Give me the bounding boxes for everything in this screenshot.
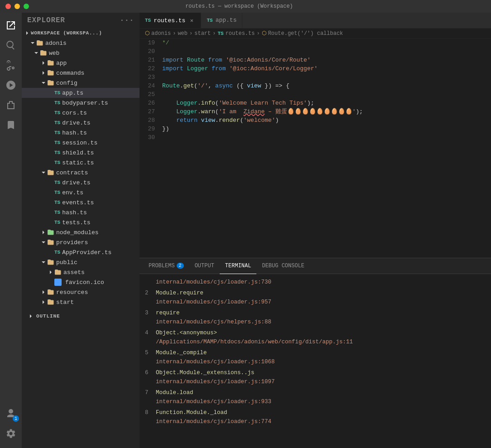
activity-run-debug[interactable]: [2, 76, 20, 94]
node-modules-arrow[interactable]: [40, 229, 47, 236]
folder-start[interactable]: start: [22, 297, 140, 307]
activity-explorer[interactable]: [2, 16, 20, 34]
settings-icon[interactable]: [2, 424, 20, 443]
maximize-button[interactable]: [24, 4, 29, 9]
app-arrow[interactable]: [40, 59, 47, 67]
activity-bookmarks[interactable]: [2, 116, 20, 134]
tab-routes-ts[interactable]: TS routes.ts ✕: [140, 13, 201, 28]
config-arrow[interactable]: [40, 79, 47, 87]
file-session-ts[interactable]: TS session.ts: [22, 138, 140, 148]
workspace-root[interactable]: WORKSPACE (WORKSPA...): [22, 28, 140, 38]
folder-adonis[interactable]: adonis: [22, 38, 140, 48]
file-bodyparser-ts[interactable]: TS bodyparser.ts: [22, 98, 140, 108]
problems-badge: 2: [177, 263, 184, 269]
term-fn-3: require: [156, 310, 180, 316]
code-line-30: 30: [140, 133, 491, 142]
breadcrumb-ts-file[interactable]: TS routes.ts: [217, 30, 255, 37]
file-app-ts[interactable]: TS app.ts: [22, 88, 140, 98]
sidebar-header: EXPLORER ···: [22, 13, 140, 28]
web-label: web: [49, 50, 59, 57]
file-contracts-drive-ts[interactable]: TS drive.ts: [22, 178, 140, 188]
more-options-icon[interactable]: ···: [120, 16, 134, 24]
providers-arrow[interactable]: [40, 239, 47, 246]
folder-web[interactable]: web: [22, 48, 140, 58]
minimize-button[interactable]: [14, 4, 20, 9]
term-line-8: 8 Function.Module._load internal/modules…: [145, 408, 486, 426]
file-hash-ts[interactable]: TS hash.ts: [22, 128, 140, 138]
tab-app-ts[interactable]: TS app.ts: [201, 13, 242, 28]
folder-node-modules[interactable]: node_modules: [22, 227, 140, 237]
close-button[interactable]: [5, 4, 11, 9]
term-path-6: internal/modules/cjs/loader.js:1097: [156, 379, 275, 385]
user-avatar[interactable]: 1: [2, 405, 20, 423]
folder-providers[interactable]: providers: [22, 237, 140, 247]
start-arrow[interactable]: [40, 299, 47, 306]
folder-commands[interactable]: commands: [22, 68, 140, 78]
breadcrumb-function[interactable]: ⬡ Route.get('/') callback: [262, 30, 343, 37]
term-fn-2: Module.require: [156, 290, 203, 296]
assets-arrow[interactable]: [47, 269, 54, 276]
public-arrow[interactable]: [40, 259, 47, 266]
folder-config[interactable]: config: [22, 78, 140, 88]
adonis-arrow[interactable]: [29, 39, 36, 47]
folder-public[interactable]: public: [22, 257, 140, 267]
collapse-arrow[interactable]: [24, 29, 31, 37]
web-folder-icon: [40, 49, 47, 57]
file-contracts-events-ts[interactable]: TS events.ts: [22, 198, 140, 207]
adonis-breadcrumb-icon: ⬡: [145, 30, 149, 37]
line-content-26: Logger.info('Welcome Learn Tech Tips');: [162, 99, 491, 107]
problems-label: PROBLEMS: [149, 263, 175, 269]
code-line-29: 29 }): [140, 125, 491, 133]
file-favicon-ico[interactable]: favicon.ico: [22, 277, 140, 287]
folder-assets[interactable]: assets: [22, 267, 140, 277]
web-arrow[interactable]: [33, 49, 40, 57]
file-static-ts[interactable]: TS static.ts: [22, 158, 140, 168]
file-contracts-hash-ts[interactable]: TS hash.ts: [22, 207, 140, 217]
ts-badge: TS: [54, 210, 60, 215]
term-path-5: internal/modules/cjs/loader.js:1068: [156, 359, 275, 365]
folder-contracts[interactable]: contracts: [22, 168, 140, 178]
file-contracts-tests-ts[interactable]: TS tests.ts: [22, 217, 140, 227]
term-line-3: 3 require internal/modules/cjs/helpers.j…: [145, 308, 486, 327]
activity-search[interactable]: [2, 36, 20, 54]
terminal-content[interactable]: internal/modules/cjs/loader.js:730 2 Mod…: [140, 274, 491, 448]
tab-terminal[interactable]: TERMINAL: [220, 258, 257, 274]
contracts-folder-label: contracts: [56, 169, 88, 176]
term-line-2: 2 Module.require internal/modules/cjs/lo…: [145, 289, 486, 307]
folder-resources[interactable]: resources: [22, 287, 140, 297]
activity-bar-bottom: 1: [2, 405, 20, 448]
resources-arrow[interactable]: [40, 289, 47, 296]
tab-close-button[interactable]: ✕: [188, 17, 195, 24]
term-fn-8: Function.Module._load: [156, 409, 227, 416]
folder-app[interactable]: app: [22, 58, 140, 68]
breadcrumb-item[interactable]: ⬡ adonis: [145, 30, 171, 37]
file-shield-ts[interactable]: TS shield.ts: [22, 148, 140, 158]
code-line-25: 25: [140, 90, 491, 99]
line-num-19: 19: [140, 39, 162, 47]
activity-source-control[interactable]: [2, 56, 20, 74]
activity-extensions[interactable]: [2, 96, 20, 114]
ts-badge: TS: [54, 130, 60, 135]
term-line-5: 5 Module._compile internal/modules/cjs/l…: [145, 348, 486, 366]
line-num-20: 20: [140, 47, 162, 56]
outline-section[interactable]: OUTLINE: [22, 311, 140, 322]
line-content-28: return view.render('welcome'): [162, 116, 491, 125]
window-controls[interactable]: [5, 4, 29, 9]
file-contracts-env-ts[interactable]: TS env.ts: [22, 188, 140, 198]
tab-debug-console[interactable]: DEBUG CONSOLE: [256, 258, 310, 274]
file-drive-ts[interactable]: TS drive.ts: [22, 118, 140, 128]
file-cors-ts[interactable]: TS cors.ts: [22, 108, 140, 118]
tab-output[interactable]: OUTPUT: [189, 258, 220, 274]
code-editor[interactable]: 19 */ 20 21 import Route from '@ioc:Adon…: [140, 39, 491, 258]
contracts-arrow[interactable]: [40, 169, 47, 176]
term-line-1: internal/modules/cjs/loader.js:730: [145, 278, 486, 287]
line-num-30: 30: [140, 133, 162, 142]
tab-problems[interactable]: PROBLEMS 2: [143, 258, 189, 274]
breadcrumb-start[interactable]: start: [194, 30, 211, 37]
code-line-22: 22 import Logger from '@ioc:Adonis/Core/…: [140, 64, 491, 73]
commands-arrow[interactable]: [40, 69, 47, 77]
term-fn-5: Module._compile: [156, 350, 207, 356]
file-app-provider-ts[interactable]: TS AppProvider.ts: [22, 247, 140, 257]
assets-folder-icon: [54, 269, 62, 276]
breadcrumb-web[interactable]: web: [178, 30, 188, 37]
